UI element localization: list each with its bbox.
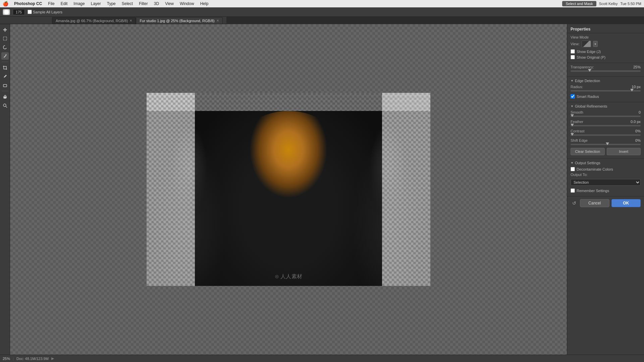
show-original-checkbox[interactable] — [571, 55, 575, 59]
menu-type[interactable]: Type — [105, 1, 118, 7]
lasso-tool[interactable] — [1, 44, 9, 51]
menubar: 🍎 Photoshop CC File Edit Image Layer Typ… — [0, 0, 644, 7]
menu-file[interactable]: File — [46, 1, 57, 7]
feather-label: Feather — [571, 120, 583, 124]
menu-help[interactable]: Help — [198, 1, 211, 7]
zoom-tool[interactable] — [1, 102, 9, 109]
sample-all-layers-checkbox[interactable] — [28, 10, 32, 14]
transparency-row: Transparency: 25% — [571, 65, 641, 69]
show-edge-label: Show Edge (J) — [577, 50, 601, 54]
contrast-thumb[interactable] — [571, 133, 574, 136]
properties-panel: Properties View Mode View: ▼ Show Edge (… — [567, 24, 644, 362]
menu-view[interactable]: View — [163, 1, 176, 7]
transparency-section: Transparency: 25% — [567, 63, 644, 77]
contrast-row: Contrast 0% — [571, 129, 641, 133]
show-edge-row: Show Edge (J) — [571, 49, 641, 54]
size-input[interactable]: 175 — [13, 9, 25, 15]
main-canvas[interactable]: ⊙ 人人素材 — [147, 93, 430, 286]
shift-edge-value: 0% — [635, 138, 641, 142]
move-tool[interactable] — [1, 26, 9, 34]
sample-all-layers-label: Sample All Layers — [28, 10, 62, 14]
smart-radius-checkbox[interactable] — [571, 94, 575, 99]
view-mode-section: View Mode View: ▼ Show Edge (J) Show Ori… — [567, 33, 644, 63]
global-refinements-section: ▼ Global Refinements Smooth 0 Feather 0.… — [567, 102, 644, 159]
view-mode-row: View Mode — [571, 35, 641, 39]
view-thumbnail[interactable] — [582, 41, 591, 47]
hand-tool[interactable] — [1, 93, 9, 101]
remember-settings-checkbox[interactable] — [571, 188, 575, 193]
contrast-slider[interactable] — [571, 134, 641, 136]
clear-invert-row: Clear Selection Invert — [571, 148, 641, 155]
tool-separator-1 — [2, 62, 8, 62]
size-input-box: 175 — [13, 9, 25, 15]
ok-cancel-area: ↺ Cancel OK — [567, 196, 644, 210]
smart-radius-row: Smart Radius — [571, 94, 641, 99]
global-refinements-title[interactable]: ▼ Global Refinements — [571, 104, 641, 108]
clear-selection-button[interactable]: Clear Selection — [571, 148, 605, 155]
cancel-button[interactable]: Cancel — [580, 199, 609, 207]
select-and-mask-button[interactable]: Select and Mask — [562, 1, 596, 6]
reset-icon[interactable]: ↺ — [571, 199, 578, 207]
global-refinements-label: Global Refinements — [575, 104, 607, 108]
transparency-slider[interactable] — [571, 70, 641, 72]
menu-image[interactable]: Image — [71, 1, 87, 7]
left-toolbar — [0, 24, 10, 355]
decontaminate-checkbox[interactable] — [571, 167, 575, 171]
svg-line-3 — [6, 106, 7, 108]
menu-layer[interactable]: Layer — [89, 1, 103, 7]
edge-detection-triangle: ▼ — [571, 79, 574, 82]
eraser-tool[interactable] — [1, 81, 9, 89]
tab-fur-studio-label: Fur studio 1.jpg @ 25% (Background, RGB/… — [140, 19, 214, 23]
contrast-label: Contrast — [571, 129, 585, 133]
output-settings-title[interactable]: ▼ Output Settings — [571, 161, 641, 165]
menu-select[interactable]: Select — [119, 1, 135, 7]
menu-3d[interactable]: 3D — [152, 1, 161, 7]
tab-fur-studio[interactable]: Fur studio 1.jpg @ 25% (Background, RGB/… — [136, 17, 222, 24]
contrast-value: 0% — [635, 129, 641, 133]
ok-button[interactable]: OK — [611, 199, 641, 207]
menu-window[interactable]: Window — [177, 1, 197, 7]
apple-icon[interactable]: 🍎 — [3, 1, 8, 6]
view-dropdown[interactable]: ▼ — [593, 41, 598, 47]
tab-amanda[interactable]: Amanda.jpg @ 66.7% (Background, RGB/8) ✕ — [52, 17, 136, 24]
output-settings-triangle: ▼ — [571, 161, 574, 165]
show-edge-checkbox[interactable] — [571, 49, 575, 54]
tabs-bar: Amanda.jpg @ 66.7% (Background, RGB/8) ✕… — [0, 17, 226, 24]
tab-fur-studio-close[interactable]: ✕ — [216, 19, 219, 22]
zoom-level: 25% — [3, 357, 10, 361]
feather-row: Feather 0.0 px — [571, 120, 641, 124]
status-arrow[interactable]: ▶ — [51, 356, 54, 361]
shift-edge-label: Shift Edge — [571, 138, 588, 142]
decontaminate-label: Decontaminate Colors — [577, 167, 613, 171]
tab-amanda-close[interactable]: ✕ — [129, 19, 132, 22]
radius-thumb[interactable] — [630, 89, 634, 92]
canvas-area: ⊙ 人人素材 — [10, 24, 567, 355]
feather-value: 0.0 px — [631, 120, 641, 124]
shift-edge-thumb[interactable] — [606, 142, 609, 145]
invert-button[interactable]: Invert — [607, 148, 641, 155]
shift-edge-slider[interactable] — [571, 144, 641, 145]
feather-thumb[interactable] — [571, 124, 574, 126]
smooth-row: Smooth 0 — [571, 110, 641, 114]
checker-right — [382, 93, 430, 286]
menu-photoshop[interactable]: Photoshop CC — [12, 1, 44, 7]
edge-detection-title[interactable]: ▼ Edge Detection — [571, 79, 641, 83]
brush-tool[interactable] — [1, 73, 9, 80]
svg-point-2 — [3, 104, 6, 107]
smooth-slider[interactable] — [571, 116, 641, 117]
user-name: Scott Kelby — [599, 2, 618, 6]
magic-wand-tool[interactable] — [1, 52, 9, 60]
view-control-row: View: ▼ — [571, 41, 641, 47]
feather-slider[interactable] — [571, 125, 641, 126]
checker-top — [147, 93, 430, 111]
output-to-select[interactable]: Selection Layer Mask New Layer New Layer… — [571, 179, 641, 186]
brush-swatch[interactable] — [3, 9, 10, 15]
crop-tool[interactable] — [1, 64, 9, 71]
menu-filter[interactable]: Filter — [137, 1, 150, 7]
menu-edit[interactable]: Edit — [58, 1, 70, 7]
smooth-thumb[interactable] — [571, 114, 574, 117]
time-display: Tue 5:50 PM — [620, 2, 641, 6]
radius-slider[interactable] — [571, 90, 641, 92]
selection-tool[interactable] — [1, 35, 9, 42]
transparency-thumb[interactable] — [588, 69, 591, 72]
